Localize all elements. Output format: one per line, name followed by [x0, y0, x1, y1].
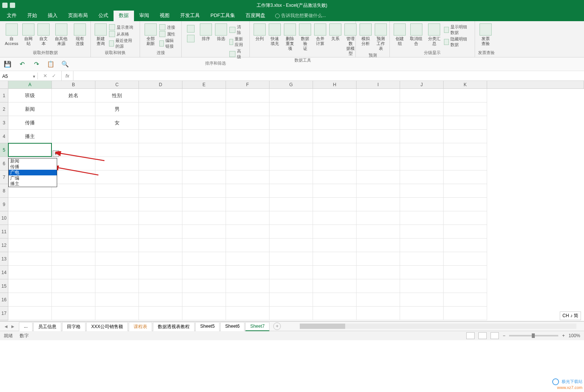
cell-E13[interactable]: [182, 252, 226, 266]
row-header-2[interactable]: 2: [0, 102, 8, 116]
cell-C4[interactable]: [95, 130, 139, 143]
btn-remove-dup[interactable]: 删除 重复项: [282, 23, 297, 52]
cell-B1[interactable]: 姓名: [52, 89, 95, 102]
btn-sort-za[interactable]: [185, 34, 197, 43]
row-header-11[interactable]: 11: [0, 225, 8, 239]
cell-I1[interactable]: [357, 89, 400, 102]
cell-H10[interactable]: [313, 211, 357, 225]
cell-C16[interactable]: [95, 293, 139, 307]
cell-A12[interactable]: [8, 239, 52, 252]
cells-area[interactable]: 班级姓名性别新闻男传播女播主: [8, 89, 584, 321]
row-header-7[interactable]: 7: [0, 170, 8, 184]
cancel-icon[interactable]: ✕: [43, 73, 47, 79]
cell-I7[interactable]: [357, 170, 400, 184]
cell-D6[interactable]: [139, 157, 182, 170]
sheet-tab-0[interactable]: ...: [19, 322, 33, 331]
cell-G14[interactable]: [269, 266, 313, 279]
cell-D16[interactable]: [139, 293, 182, 307]
zoom-thumb[interactable]: [532, 333, 535, 338]
btn-existing-conn[interactable]: 现有连接: [71, 23, 88, 47]
col-header-A[interactable]: A: [8, 81, 52, 89]
cell-D11[interactable]: [139, 225, 182, 239]
btn-forecast-sheet[interactable]: 预测 工作表: [373, 23, 388, 52]
cell-B9[interactable]: [52, 198, 95, 211]
cell-D12[interactable]: [139, 239, 182, 252]
cell-J7[interactable]: [400, 170, 444, 184]
btn-relationships[interactable]: 关系: [328, 23, 343, 42]
sheet-tab-6[interactable]: Sheet5: [195, 322, 220, 331]
cell-F4[interactable]: [226, 130, 269, 143]
btn-edit-links[interactable]: 编辑链接: [159, 38, 177, 49]
dropdown-option-1[interactable]: 传播: [9, 164, 57, 170]
cell-A5[interactable]: [8, 143, 52, 157]
cell-F10[interactable]: [226, 211, 269, 225]
cell-B12[interactable]: [52, 239, 95, 252]
cell-K4[interactable]: [444, 130, 487, 143]
cell-H2[interactable]: [313, 102, 357, 116]
cell-E7[interactable]: [182, 170, 226, 184]
cell-K2[interactable]: [444, 102, 487, 116]
cell-E10[interactable]: [182, 211, 226, 225]
cell-F6[interactable]: [226, 157, 269, 170]
tab-layout[interactable]: 页面布局: [63, 10, 93, 21]
sheet-nav-last[interactable]: ▶: [11, 324, 15, 328]
cell-E17[interactable]: [182, 307, 226, 320]
btn-subtotal[interactable]: 分类汇总: [425, 23, 443, 47]
cell-I15[interactable]: [357, 279, 400, 293]
cell-A17[interactable]: [8, 307, 52, 320]
cell-H12[interactable]: [313, 239, 357, 252]
cell-K17[interactable]: [444, 307, 487, 320]
accept-icon[interactable]: ✓: [52, 73, 56, 79]
cell-G17[interactable]: [269, 307, 313, 320]
cell-A10[interactable]: [8, 211, 52, 225]
cell-K1[interactable]: [444, 89, 487, 102]
cell-B13[interactable]: [52, 252, 95, 266]
cell-I6[interactable]: [357, 157, 400, 170]
cell-D8[interactable]: [139, 184, 182, 198]
cell-B15[interactable]: [52, 279, 95, 293]
row-header-6[interactable]: 6: [0, 157, 8, 170]
cell-I5[interactable]: [357, 143, 400, 157]
cell-G7[interactable]: [269, 170, 313, 184]
tab-review[interactable]: 审阅: [134, 10, 154, 21]
row-header-12[interactable]: 12: [0, 239, 8, 252]
sheet-tab-3[interactable]: XXX公司销售额: [86, 322, 128, 331]
tab-baidu[interactable]: 百度网盘: [240, 10, 271, 21]
btn-from-web[interactable]: 自网站: [21, 23, 36, 47]
fx-label[interactable]: fx: [62, 71, 73, 81]
cell-D15[interactable]: [139, 279, 182, 293]
zoom-plus[interactable]: +: [562, 333, 565, 338]
cell-G6[interactable]: [269, 157, 313, 170]
btn-show-queries[interactable]: 显示查询: [109, 24, 135, 30]
cell-E1[interactable]: [182, 89, 226, 102]
btn-from-table[interactable]: 从表格: [109, 31, 135, 37]
paste-button[interactable]: 📋: [47, 60, 55, 68]
cell-K15[interactable]: [444, 279, 487, 293]
row-header-8[interactable]: 8: [0, 184, 8, 198]
cell-B4[interactable]: [52, 130, 95, 143]
cell-F2[interactable]: [226, 102, 269, 116]
btn-group[interactable]: 创建组: [392, 23, 407, 47]
cell-D1[interactable]: [139, 89, 182, 102]
cell-J10[interactable]: [400, 211, 444, 225]
cell-H7[interactable]: [313, 170, 357, 184]
cell-K14[interactable]: [444, 266, 487, 279]
cell-C11[interactable]: [95, 225, 139, 239]
zoom-slider[interactable]: [509, 335, 558, 336]
cell-H15[interactable]: [313, 279, 357, 293]
tab-pdf[interactable]: PDF工具集: [205, 10, 240, 21]
cell-E15[interactable]: [182, 279, 226, 293]
col-header-E[interactable]: E: [182, 81, 226, 89]
row-header-14[interactable]: 14: [0, 266, 8, 279]
btn-show-detail[interactable]: 显示明细数据: [444, 24, 470, 36]
cell-C10[interactable]: [95, 211, 139, 225]
cell-H4[interactable]: [313, 130, 357, 143]
row-header-1[interactable]: 1: [0, 89, 8, 102]
cell-J8[interactable]: [400, 184, 444, 198]
cell-B8[interactable]: [52, 184, 95, 198]
cell-F11[interactable]: [226, 225, 269, 239]
cell-B2[interactable]: [52, 102, 95, 116]
cell-K11[interactable]: [444, 225, 487, 239]
cell-J11[interactable]: [400, 225, 444, 239]
cell-F12[interactable]: [226, 239, 269, 252]
